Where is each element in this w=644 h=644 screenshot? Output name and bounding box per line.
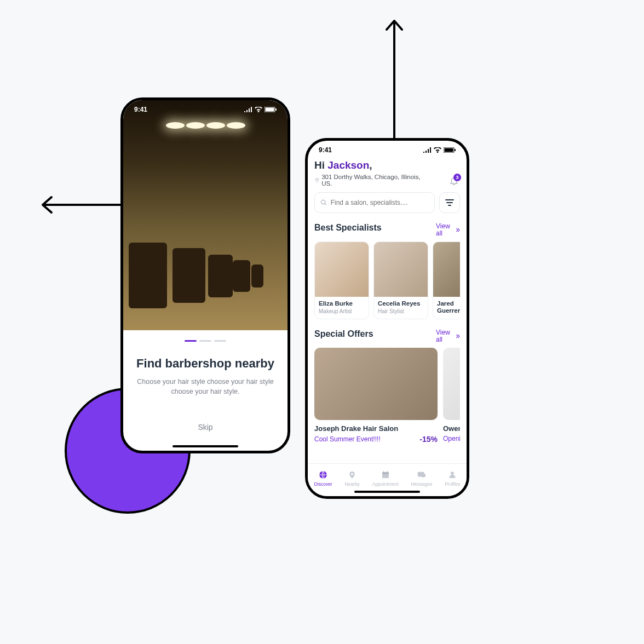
specialist-card[interactable]: Cecelia Reyes Hair Stylist — [373, 242, 428, 319]
pager-3[interactable] — [214, 340, 226, 342]
status-time: 9:41 — [319, 146, 332, 154]
specialist-role: Makeup Artist — [319, 308, 365, 314]
specialist-role: Hair Stylist — [378, 308, 424, 314]
svg-rect-5 — [455, 149, 456, 151]
svg-point-6 — [317, 179, 318, 180]
svg-point-7 — [321, 200, 325, 204]
battery-icon — [264, 107, 277, 112]
search-input-wrap[interactable] — [314, 192, 435, 213]
globe-icon — [318, 470, 328, 480]
greeting-name: Jackson — [327, 159, 369, 171]
specialists-row[interactable]: Eliza Burke Makeup Artist Cecelia Reyes … — [314, 242, 460, 319]
specialist-image — [315, 242, 369, 297]
greeting-hi: Hi — [314, 159, 327, 171]
status-bar: 9:41 — [308, 141, 467, 157]
specialist-image — [433, 242, 460, 297]
home-indicator — [354, 491, 420, 493]
phone-home: 9:41 3 Hi Jackson, 301 Dorthy Walks, Chi… — [305, 138, 469, 499]
specialists-view-all[interactable]: View all — [436, 223, 460, 237]
notification-badge: 3 — [453, 174, 461, 181]
tab-label: Messages — [411, 481, 432, 487]
address-text: 301 Dorthy Walks, Chicago, Illinois, US. — [321, 174, 424, 187]
onboard-subtitle: Choose your hair style choose your hair … — [136, 377, 274, 396]
onboard-content: Find barbershop nearby Choose your hair … — [123, 330, 288, 442]
tab-label: Nearby — [344, 481, 359, 487]
specialist-card[interactable]: Jared Guerrero — [433, 242, 460, 319]
offer-discount: -15% — [419, 435, 438, 444]
skip-button[interactable]: Skip — [198, 423, 212, 432]
chevron-right-icon — [456, 334, 460, 338]
offer-image — [314, 348, 438, 420]
pager-2[interactable] — [199, 340, 211, 342]
offer-title: Owen — [443, 424, 460, 433]
specialist-image — [374, 242, 428, 297]
tab-label: Profiles — [445, 481, 460, 487]
wifi-icon — [255, 107, 262, 112]
svg-rect-4 — [445, 148, 453, 152]
status-icons — [423, 147, 456, 153]
pager-dots[interactable] — [136, 340, 274, 342]
hero-barbershop-image — [123, 100, 288, 330]
status-time: 9:41 — [134, 106, 147, 113]
calendar-icon — [381, 470, 390, 479]
signal-icon — [244, 107, 252, 112]
notification-button[interactable]: 3 — [449, 176, 459, 186]
status-icons — [244, 107, 277, 112]
chevron-right-icon — [456, 228, 460, 232]
offer-event: Cool Summer Event!!!! — [314, 435, 381, 443]
home-indicator — [173, 445, 238, 447]
tab-profiles[interactable]: Profiles — [445, 469, 460, 487]
offer-card[interactable]: Owen Openi — [443, 348, 460, 444]
svg-point-9 — [351, 473, 353, 475]
chat-icon — [417, 470, 427, 479]
tab-discover[interactable]: Discover — [314, 469, 332, 487]
specialist-name: Eliza Burke — [319, 300, 365, 307]
offer-image — [443, 348, 460, 420]
search-input[interactable] — [331, 199, 429, 206]
offer-card[interactable]: Joseph Drake Hair Salon Cool Summer Even… — [314, 348, 438, 444]
svg-rect-2 — [275, 108, 277, 111]
tab-appointment[interactable]: Appointment — [372, 469, 399, 487]
battery-icon — [444, 147, 456, 153]
pin-icon — [348, 470, 357, 480]
offers-row[interactable]: Joseph Drake Hair Salon Cool Summer Even… — [314, 348, 460, 444]
pin-icon — [314, 177, 320, 183]
offers-view-all[interactable]: View all — [436, 329, 460, 343]
phone-onboarding: 9:41 Find barbershop nearby Choose your … — [120, 97, 290, 453]
offer-event: Openi — [443, 435, 460, 442]
specialist-card[interactable]: Eliza Burke Makeup Artist — [314, 242, 369, 319]
specialist-name: Jared Guerrero — [437, 300, 460, 314]
filter-button[interactable] — [439, 192, 460, 213]
filter-icon — [445, 199, 454, 206]
onboard-title: Find barbershop nearby — [136, 356, 274, 371]
search-icon — [320, 199, 327, 206]
pager-1[interactable] — [185, 340, 197, 342]
user-icon — [449, 470, 456, 479]
svg-point-13 — [451, 472, 454, 475]
signal-icon — [423, 147, 432, 153]
arrow-left-icon — [37, 193, 130, 217]
address-row[interactable]: 301 Dorthy Walks, Chicago, Illinois, US. — [314, 174, 424, 187]
offers-title: Special Offers — [314, 329, 373, 339]
specialists-title: Best Specialists — [314, 223, 382, 233]
tab-label: Discover — [314, 481, 332, 487]
specialist-name: Cecelia Reyes — [378, 300, 424, 307]
tab-nearby[interactable]: Nearby — [344, 469, 359, 487]
tab-label: Appointment — [372, 481, 399, 487]
wifi-icon — [434, 147, 441, 153]
tab-messages[interactable]: Messages — [411, 469, 432, 487]
arrow-up-icon — [383, 16, 405, 159]
greeting-comma: , — [369, 159, 372, 171]
svg-point-12 — [421, 474, 426, 478]
svg-rect-1 — [266, 108, 274, 112]
greeting: Hi Jackson, — [314, 159, 460, 171]
svg-rect-11 — [382, 472, 389, 474]
status-bar: 9:41 — [123, 100, 288, 117]
offer-title: Joseph Drake Hair Salon — [314, 424, 438, 433]
